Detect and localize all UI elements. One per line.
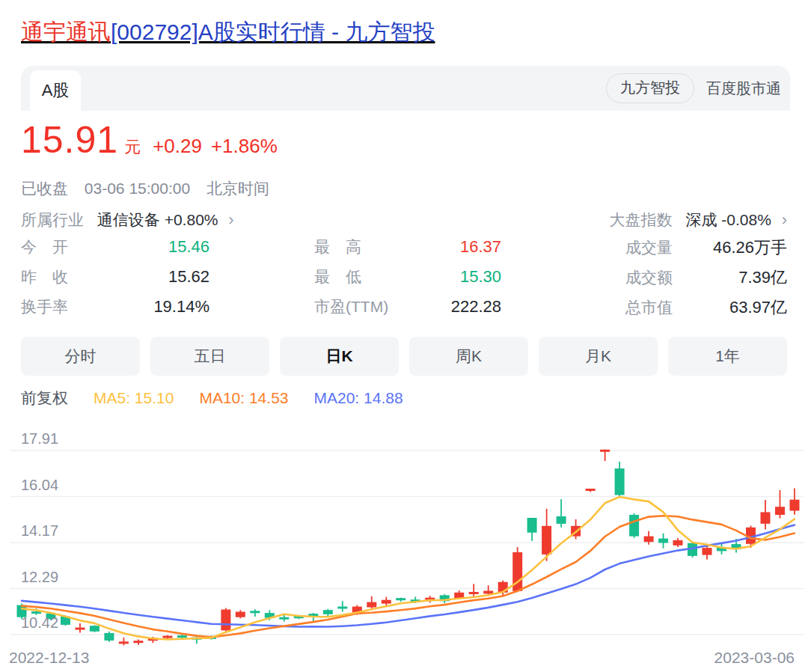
industry-index-row: 所属行业 通信设备 +0.80% › 大盘指数 深成 -0.08% › [21, 210, 787, 230]
quote-price-block: 15.91 元 +0.29 +1.86% [21, 118, 278, 162]
tab-weekly-k[interactable]: 周K [409, 337, 528, 376]
svg-text:14.17: 14.17 [21, 522, 58, 539]
tab-5day[interactable]: 五日 [150, 337, 269, 376]
stats-column-2: 最 高 16.37 最 低 15.30 市盈(TTM) 222.28 [314, 236, 501, 326]
ma10-legend: MA10: 14.53 [199, 389, 288, 407]
ma20-legend: MA20: 14.88 [314, 389, 403, 407]
stat-volume: 成交量 46.26万手 [625, 236, 787, 266]
svg-text:2023-03-06: 2023-03-06 [714, 649, 795, 666]
market-index-label: 大盘指数 [610, 211, 673, 228]
market-status: 已收盘 [21, 180, 68, 197]
stat-pe-ttm: 市盈(TTM) 222.28 [314, 296, 501, 326]
industry-link[interactable]: 所属行业 通信设备 +0.80% › [21, 210, 234, 230]
market-index-link[interactable]: 大盘指数 深成 -0.08% › [610, 210, 787, 230]
stat-low: 最 低 15.30 [314, 266, 501, 296]
tab-a-share[interactable]: A股 [30, 70, 81, 111]
stats-column-3: 成交量 46.26万手 成交额 7.39亿 总市值 63.97亿 [625, 236, 787, 326]
industry-value: 通信设备 +0.80% [97, 211, 218, 228]
chart-legend: 前复权 MA5: 15.10 MA10: 14.53 MA20: 14.88 [21, 388, 403, 409]
source-badges: 九方智投 百度股市通 [606, 73, 781, 103]
stat-prev-close: 昨 收 15.62 [21, 266, 209, 296]
stat-amount: 成交额 7.39亿 [625, 266, 787, 296]
badge-jiufang-zhitou[interactable]: 九方智投 [606, 73, 694, 103]
chevron-right-icon: › [228, 210, 233, 229]
badge-baidu-gushitong[interactable]: 百度股市通 [706, 79, 781, 99]
market-status-row: 已收盘 03-06 15:00:00 北京时间 [21, 178, 281, 199]
stat-open: 今 开 15.46 [21, 236, 209, 266]
timezone-label: 北京时间 [206, 180, 269, 197]
industry-label: 所属行业 [21, 211, 84, 228]
ma5-legend: MA5: 15.10 [94, 389, 174, 407]
current-price: 15.91 [21, 118, 118, 162]
price-unit: 元 [124, 136, 141, 159]
period-tabs: 分时 五日 日K 周K 月K 1年 [21, 337, 787, 376]
stock-name-highlight: 通宇通讯 [21, 19, 111, 44]
svg-text:10.42: 10.42 [21, 614, 58, 631]
svg-text:17.91: 17.91 [21, 430, 58, 447]
chevron-right-icon: › [782, 210, 787, 229]
tab-monthly-k[interactable]: 月K [539, 337, 658, 376]
tab-daily-k[interactable]: 日K [280, 337, 399, 376]
stat-market-cap: 总市值 63.97亿 [625, 296, 787, 326]
page-title-link[interactable]: 通宇通讯[002792]A股实时行情 - 九方智投 [21, 18, 435, 46]
stat-high: 最 高 16.37 [314, 236, 501, 266]
svg-text:12.29: 12.29 [21, 569, 58, 585]
stats-column-1: 今 开 15.46 昨 收 15.62 换手率 19.14% [21, 236, 209, 326]
svg-text:16.04: 16.04 [21, 477, 58, 493]
quote-time: 03-06 15:00:00 [85, 180, 190, 197]
stock-quote-page: 通宇通讯[002792]A股实时行情 - 九方智投 A股 九方智投 百度股市通 … [0, 0, 808, 672]
market-index-value: 深成 -0.08% [685, 211, 771, 228]
price-change: +0.29 [153, 135, 202, 158]
adjust-mode-selector[interactable]: 前复权 [21, 388, 68, 409]
tab-band: A股 九方智投 百度股市通 [21, 66, 790, 111]
svg-text:2022-12-13: 2022-12-13 [9, 649, 89, 666]
price-change-percent: +1.86% [211, 135, 278, 158]
stat-turnover-rate: 换手率 19.14% [21, 296, 209, 326]
page-title-rest: [002792]A股实时行情 - 九方智投 [111, 19, 435, 44]
kline-svg: 17.9116.0414.1712.2910.422022-12-132023-… [0, 415, 808, 672]
tab-minute[interactable]: 分时 [21, 337, 140, 376]
candlestick-chart[interactable]: 17.9116.0414.1712.2910.422022-12-132023-… [0, 415, 808, 672]
tab-1year[interactable]: 1年 [668, 337, 787, 376]
